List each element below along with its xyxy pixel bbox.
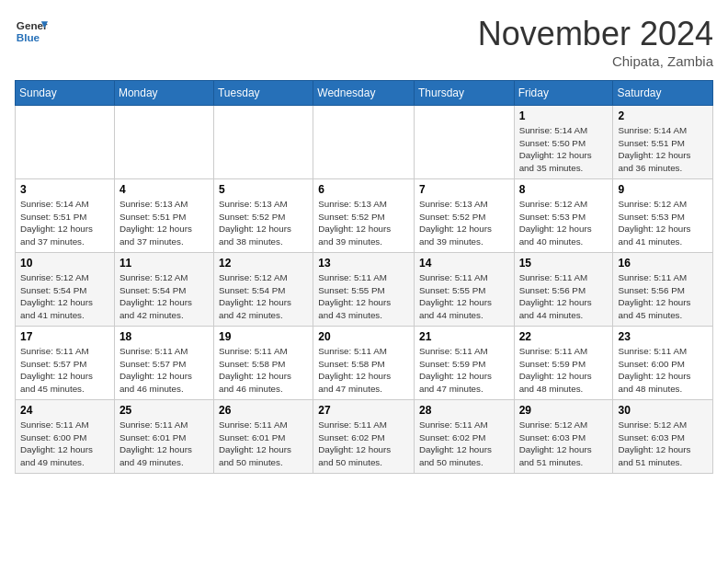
- day-info: Sunrise: 5:11 AM Sunset: 5:58 PM Dayligh…: [219, 345, 308, 396]
- day-info: Sunrise: 5:11 AM Sunset: 6:01 PM Dayligh…: [119, 419, 209, 469]
- day-info: Sunrise: 5:11 AM Sunset: 5:59 PM Dayligh…: [419, 345, 509, 396]
- day-number: 8: [519, 183, 609, 196]
- col-header-wednesday: Wednesday: [313, 81, 415, 106]
- day-info: Sunrise: 5:13 AM Sunset: 5:51 PM Dayligh…: [119, 198, 209, 248]
- day-cell: 17Sunrise: 5:11 AM Sunset: 5:57 PM Dayli…: [16, 327, 115, 400]
- day-info: Sunrise: 5:11 AM Sunset: 6:02 PM Dayligh…: [318, 419, 409, 469]
- day-number: 20: [318, 330, 409, 343]
- day-cell: 4Sunrise: 5:13 AM Sunset: 5:51 PM Daylig…: [114, 179, 213, 253]
- day-number: 18: [119, 330, 209, 343]
- day-info: Sunrise: 5:11 AM Sunset: 5:59 PM Dayligh…: [519, 345, 609, 396]
- day-cell: 18Sunrise: 5:11 AM Sunset: 5:57 PM Dayli…: [114, 327, 213, 400]
- day-info: Sunrise: 5:11 AM Sunset: 5:56 PM Dayligh…: [618, 271, 708, 322]
- day-number: 13: [318, 257, 409, 270]
- day-info: Sunrise: 5:12 AM Sunset: 5:54 PM Dayligh…: [219, 271, 308, 322]
- col-header-tuesday: Tuesday: [213, 81, 313, 106]
- day-number: 2: [618, 109, 708, 122]
- day-number: 23: [618, 330, 708, 343]
- page-header: General Blue November 2024 Chipata, Zamb…: [15, 15, 713, 69]
- day-info: Sunrise: 5:12 AM Sunset: 6:03 PM Dayligh…: [519, 419, 609, 469]
- col-header-saturday: Saturday: [613, 81, 713, 106]
- day-info: Sunrise: 5:11 AM Sunset: 5:57 PM Dayligh…: [119, 345, 209, 396]
- day-info: Sunrise: 5:11 AM Sunset: 5:56 PM Dayligh…: [519, 271, 609, 322]
- day-info: Sunrise: 5:14 AM Sunset: 5:51 PM Dayligh…: [20, 198, 109, 248]
- day-number: 9: [618, 183, 708, 196]
- day-number: 26: [219, 404, 308, 417]
- day-info: Sunrise: 5:12 AM Sunset: 5:54 PM Dayligh…: [119, 271, 209, 322]
- day-info: Sunrise: 5:11 AM Sunset: 5:55 PM Dayligh…: [318, 271, 409, 322]
- day-info: Sunrise: 5:12 AM Sunset: 5:53 PM Dayligh…: [618, 198, 708, 248]
- week-row-4: 17Sunrise: 5:11 AM Sunset: 5:57 PM Dayli…: [16, 327, 713, 400]
- day-info: Sunrise: 5:13 AM Sunset: 5:52 PM Dayligh…: [419, 198, 509, 248]
- day-number: 12: [219, 257, 308, 270]
- day-number: 1: [519, 109, 609, 122]
- day-cell: 8Sunrise: 5:12 AM Sunset: 5:53 PM Daylig…: [514, 179, 613, 253]
- day-number: 25: [119, 404, 209, 417]
- day-info: Sunrise: 5:14 AM Sunset: 5:50 PM Dayligh…: [519, 124, 609, 175]
- day-number: 14: [419, 257, 509, 270]
- day-cell: 20Sunrise: 5:11 AM Sunset: 5:58 PM Dayli…: [313, 327, 415, 400]
- calendar-header-row: SundayMondayTuesdayWednesdayThursdayFrid…: [16, 81, 713, 106]
- col-header-sunday: Sunday: [16, 81, 115, 106]
- day-number: 11: [119, 257, 209, 270]
- calendar-table: SundayMondayTuesdayWednesdayThursdayFrid…: [15, 80, 713, 474]
- week-row-5: 24Sunrise: 5:11 AM Sunset: 6:00 PM Dayli…: [16, 400, 713, 474]
- day-number: 24: [20, 404, 109, 417]
- day-info: Sunrise: 5:12 AM Sunset: 6:03 PM Dayligh…: [618, 419, 708, 469]
- day-cell: 21Sunrise: 5:11 AM Sunset: 5:59 PM Dayli…: [414, 327, 514, 400]
- day-cell: 13Sunrise: 5:11 AM Sunset: 5:55 PM Dayli…: [313, 253, 415, 327]
- day-info: Sunrise: 5:11 AM Sunset: 6:00 PM Dayligh…: [20, 419, 109, 469]
- day-cell: 30Sunrise: 5:12 AM Sunset: 6:03 PM Dayli…: [613, 400, 713, 474]
- svg-text:General: General: [17, 19, 48, 31]
- col-header-friday: Friday: [514, 81, 613, 106]
- day-info: Sunrise: 5:11 AM Sunset: 5:57 PM Dayligh…: [20, 345, 109, 396]
- day-cell: 7Sunrise: 5:13 AM Sunset: 5:52 PM Daylig…: [414, 179, 514, 253]
- logo: General Blue: [15, 15, 48, 48]
- day-number: 17: [20, 330, 109, 343]
- day-cell: [213, 106, 313, 179]
- title-block: November 2024 Chipata, Zambia: [478, 15, 713, 69]
- day-cell: 28Sunrise: 5:11 AM Sunset: 6:02 PM Dayli…: [414, 400, 514, 474]
- day-info: Sunrise: 5:14 AM Sunset: 5:51 PM Dayligh…: [618, 124, 708, 175]
- day-info: Sunrise: 5:11 AM Sunset: 6:02 PM Dayligh…: [419, 419, 509, 469]
- day-number: 7: [419, 183, 509, 196]
- day-number: 30: [618, 404, 708, 417]
- month-title: November 2024: [478, 15, 713, 53]
- svg-text:Blue: Blue: [17, 31, 40, 43]
- day-info: Sunrise: 5:12 AM Sunset: 5:53 PM Dayligh…: [519, 198, 609, 248]
- day-cell: 29Sunrise: 5:12 AM Sunset: 6:03 PM Dayli…: [514, 400, 613, 474]
- day-cell: 2Sunrise: 5:14 AM Sunset: 5:51 PM Daylig…: [613, 106, 713, 179]
- day-info: Sunrise: 5:11 AM Sunset: 6:01 PM Dayligh…: [219, 419, 308, 469]
- day-cell: [16, 106, 115, 179]
- day-cell: [114, 106, 213, 179]
- day-cell: 5Sunrise: 5:13 AM Sunset: 5:52 PM Daylig…: [213, 179, 313, 253]
- day-info: Sunrise: 5:11 AM Sunset: 6:00 PM Dayligh…: [618, 345, 708, 396]
- week-row-3: 10Sunrise: 5:12 AM Sunset: 5:54 PM Dayli…: [16, 253, 713, 327]
- day-info: Sunrise: 5:11 AM Sunset: 5:55 PM Dayligh…: [419, 271, 509, 322]
- day-cell: 24Sunrise: 5:11 AM Sunset: 6:00 PM Dayli…: [16, 400, 115, 474]
- day-number: 3: [20, 183, 109, 196]
- day-info: Sunrise: 5:12 AM Sunset: 5:54 PM Dayligh…: [20, 271, 109, 322]
- day-cell: 25Sunrise: 5:11 AM Sunset: 6:01 PM Dayli…: [114, 400, 213, 474]
- day-cell: 3Sunrise: 5:14 AM Sunset: 5:51 PM Daylig…: [16, 179, 115, 253]
- day-number: 15: [519, 257, 609, 270]
- col-header-thursday: Thursday: [414, 81, 514, 106]
- day-number: 29: [519, 404, 609, 417]
- day-info: Sunrise: 5:13 AM Sunset: 5:52 PM Dayligh…: [219, 198, 308, 248]
- day-cell: 26Sunrise: 5:11 AM Sunset: 6:01 PM Dayli…: [213, 400, 313, 474]
- day-number: 10: [20, 257, 109, 270]
- day-cell: [313, 106, 415, 179]
- week-row-1: 1Sunrise: 5:14 AM Sunset: 5:50 PM Daylig…: [16, 106, 713, 179]
- day-cell: 22Sunrise: 5:11 AM Sunset: 5:59 PM Dayli…: [514, 327, 613, 400]
- day-cell: 12Sunrise: 5:12 AM Sunset: 5:54 PM Dayli…: [213, 253, 313, 327]
- day-cell: [414, 106, 514, 179]
- day-number: 27: [318, 404, 409, 417]
- day-cell: 9Sunrise: 5:12 AM Sunset: 5:53 PM Daylig…: [613, 179, 713, 253]
- day-number: 19: [219, 330, 308, 343]
- day-cell: 1Sunrise: 5:14 AM Sunset: 5:50 PM Daylig…: [514, 106, 613, 179]
- logo-icon: General Blue: [15, 15, 48, 48]
- day-number: 22: [519, 330, 609, 343]
- col-header-monday: Monday: [114, 81, 213, 106]
- day-number: 6: [318, 183, 409, 196]
- day-info: Sunrise: 5:11 AM Sunset: 5:58 PM Dayligh…: [318, 345, 409, 396]
